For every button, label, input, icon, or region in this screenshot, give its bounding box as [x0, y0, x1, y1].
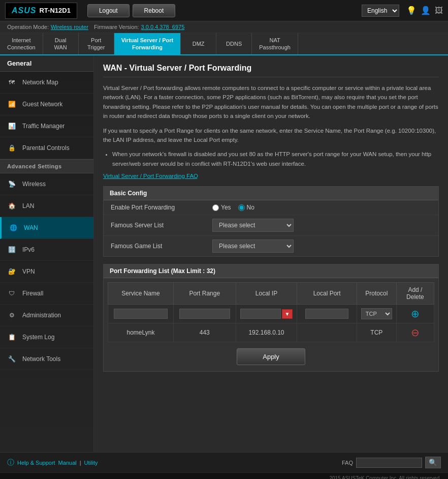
faq-link[interactable]: Virtual Server / Port Forwarding FAQ [103, 173, 198, 179]
parental-controls-icon: 🔒 [6, 142, 17, 154]
user-icon: 👤 [421, 6, 431, 15]
system-log-icon: 📋 [6, 332, 17, 343]
new-port-range-input[interactable] [179, 309, 230, 319]
sidebar-item-wan[interactable]: 🌐WAN [0, 217, 93, 239]
reboot-button[interactable]: Reboot [133, 4, 176, 17]
description-2: If you want to specify a Port Range for … [103, 126, 439, 145]
enable-no-radio[interactable] [238, 204, 245, 211]
famous-server-select[interactable]: Please select [212, 219, 294, 232]
sidebar-label-traffic-manager: Traffic Manager [22, 123, 65, 130]
sidebar-label-network-tools: Network Tools [22, 355, 60, 363]
bulb-icon: 💡 [406, 6, 417, 15]
language-dropdown[interactable]: English [362, 5, 399, 17]
utility-link[interactable]: Utility [84, 460, 98, 466]
new-protocol-select[interactable]: TCPUDPBOTH [361, 308, 392, 319]
pf-col-port-range: Port Range [173, 283, 236, 305]
pf-col-local-ip: Local IP [236, 283, 297, 305]
sidebar-label-administration: Administration [22, 312, 61, 319]
logout-button[interactable]: Logout [87, 4, 130, 17]
port-forwarding-section: Port Forwarding List (Max Limit : 32) Se… [103, 264, 439, 372]
apply-button[interactable]: Apply [237, 348, 305, 365]
help-support-link[interactable]: Help & Support [17, 460, 55, 466]
port-forwarding-header: Port Forwarding List (Max Limit : 32) [104, 264, 438, 278]
sidebar-item-network-tools[interactable]: 🔧Network Tools [0, 348, 93, 370]
separator: | [80, 460, 81, 466]
asus-logo: ASUS [12, 6, 36, 15]
vpn-icon: 🔐 [6, 266, 17, 277]
model-name: RT-N12D1 [39, 7, 70, 14]
sidebar-item-vpn[interactable]: 🔐VPN [0, 261, 93, 283]
enable-yes-radio[interactable] [212, 204, 219, 211]
basic-config-header: Basic Config [104, 187, 438, 200]
famous-server-row: Famous Server List Please select [104, 215, 438, 236]
sidebar-label-firewall: Firewall [22, 290, 43, 297]
description-1: Virtual Server / Port forwarding allows … [103, 83, 439, 121]
sidebar-item-guest-network[interactable]: 📶Guest Network [0, 94, 93, 115]
lan-icon: 🏠 [6, 200, 17, 212]
faq-search-button[interactable]: 🔍 [425, 457, 441, 468]
nav-tab-dual-wan[interactable]: Dual WAN [43, 33, 79, 54]
advanced-section-title: Advanced Settings [0, 159, 93, 173]
firmware-value[interactable]: 3.0.0.4.378_6975 [141, 24, 185, 30]
famous-game-row: Famous Game List Please select [104, 236, 438, 256]
ip-dropdown-button[interactable]: ▼ [282, 309, 293, 319]
new-service-name-input[interactable] [114, 309, 168, 319]
sidebar-label-wan: WAN [24, 224, 38, 231]
entry-protocol: TCP [357, 323, 396, 342]
nav-tab-internet[interactable]: Internet Connection [0, 33, 43, 54]
enable-port-forwarding-label: Enable Port Forwarding [111, 204, 212, 211]
footer-links: ⓘ Help & Support Manual | Utility [7, 458, 98, 467]
sidebar-item-parental-controls[interactable]: 🔒Parental Controls [0, 137, 93, 159]
sidebar-item-traffic-manager[interactable]: 📊Traffic Manager [0, 115, 93, 137]
pf-new-row: ▼ TCPUDPBOTH ⊕ [108, 305, 434, 323]
logo-area: ASUS RT-N12D1 [5, 3, 77, 19]
nav-tab-port-trigger[interactable]: Port Trigger [79, 33, 114, 54]
faq-search-input[interactable] [356, 458, 422, 468]
top-bar: ASUS RT-N12D1 Logout Reboot English 💡 👤 … [0, 0, 448, 21]
nav-tab-ddns[interactable]: DDNS [216, 33, 252, 54]
sidebar-item-system-log[interactable]: 📋System Log [0, 326, 93, 348]
enable-radio-group: Yes No [212, 204, 254, 211]
sidebar-item-ipv6[interactable]: 🔢IPv6 [0, 239, 93, 261]
entry-service-name: homeLynk [108, 323, 174, 342]
sidebar-item-firewall[interactable]: 🛡Firewall [0, 283, 93, 305]
famous-game-select[interactable]: Please select [212, 240, 294, 253]
enable-yes-label[interactable]: Yes [212, 204, 231, 211]
wireless-icon: 📡 [6, 178, 17, 190]
nav-tab-nat-passthrough[interactable]: NAT Passthrough [252, 33, 298, 54]
sidebar-item-lan[interactable]: 🏠LAN [0, 195, 93, 217]
operation-mode-bar: Operation Mode: Wireless router Firmware… [0, 21, 448, 33]
firmware-label: Firmware Version: [94, 24, 139, 30]
nav-tab-virtual-server[interactable]: Virtual Server / Port Forwarding [114, 33, 181, 54]
administration-icon: ⚙ [6, 310, 17, 321]
pf-col-protocol: Protocol [357, 283, 396, 305]
new-local-port-input[interactable] [305, 309, 348, 319]
copyright: 2015 ASUSTeK Computer Inc. All rights re… [0, 472, 448, 479]
content-area: WAN - Virtual Server / Port Forwarding V… [94, 55, 448, 452]
opmode-value[interactable]: Wireless router [51, 24, 88, 30]
sidebar-item-network-map[interactable]: 🗺Network Map [0, 72, 93, 94]
sidebar-label-vpn: VPN [22, 268, 35, 275]
sidebar-item-administration[interactable]: ⚙Administration [0, 305, 93, 326]
enable-no-text: No [247, 204, 254, 211]
network-tools-icon: 🔧 [6, 353, 17, 365]
manual-link[interactable]: Manual [58, 460, 77, 466]
add-row-button[interactable]: ⊕ [411, 308, 420, 320]
sidebar: General 🗺Network Map📶Guest Network📊Traff… [0, 55, 94, 452]
sidebar-item-wireless[interactable]: 📡Wireless [0, 173, 93, 195]
main-layout: General 🗺Network Map📶Guest Network📊Traff… [0, 55, 448, 452]
enable-no-label[interactable]: No [238, 204, 254, 211]
nav-tabs: Internet ConnectionDual WANPort TriggerV… [0, 33, 448, 55]
guest-network-icon: 📶 [6, 99, 17, 110]
new-local-ip-input[interactable] [240, 309, 281, 319]
delete-row-button-0[interactable]: ⊖ [411, 326, 420, 339]
firewall-icon: 🛡 [6, 288, 17, 299]
traffic-manager-icon: 📊 [6, 121, 17, 132]
sidebar-label-ipv6: IPv6 [22, 246, 35, 253]
sidebar-label-parental-controls: Parental Controls [22, 144, 70, 152]
top-icons: 💡 👤 🖼 [406, 6, 443, 15]
pf-col-service-name: Service Name [108, 283, 174, 305]
nav-tab-dmz[interactable]: DMZ [181, 33, 216, 54]
sidebar-label-system-log: System Log [22, 334, 54, 341]
famous-game-value: Please select [212, 240, 294, 253]
